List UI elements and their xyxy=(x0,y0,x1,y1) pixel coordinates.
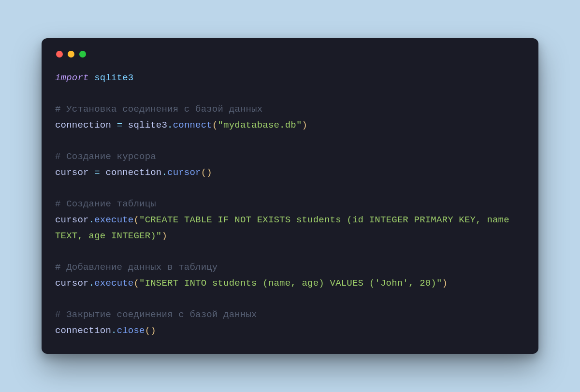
code-token: # Создание таблицы xyxy=(55,199,156,209)
code-token: cursor xyxy=(55,215,89,225)
code-token: "mydatabase.db" xyxy=(218,120,302,131)
code-token: ) xyxy=(161,231,167,241)
code-token: ( xyxy=(133,215,139,225)
code-line: cursor.execute("CREATE TABLE IF NOT EXIS… xyxy=(55,212,525,244)
code-token: . xyxy=(167,120,173,131)
traffic-lights xyxy=(56,51,525,58)
code-token: ) xyxy=(302,120,308,131)
code-token: cursor xyxy=(167,167,201,178)
code-token xyxy=(89,73,95,83)
code-line: cursor.execute("INSERT INTO students (na… xyxy=(55,276,525,291)
close-icon[interactable] xyxy=(56,51,63,58)
code-token: "INSERT INTO students (name, age) VALUES… xyxy=(139,278,442,289)
code-line: connection = sqlite3.connect("mydatabase… xyxy=(55,117,525,133)
code-token: # Закрытие соединения с базой данных xyxy=(55,309,257,320)
code-token: connect xyxy=(173,120,212,131)
code-line: connection.close() xyxy=(55,323,525,339)
code-token: ( xyxy=(212,120,218,131)
code-line: # Закрытие соединения с базой данных xyxy=(55,307,525,323)
code-area: import sqlite3 # Установка соединения с … xyxy=(55,70,525,338)
blank-line xyxy=(55,133,525,149)
code-window: import sqlite3 # Установка соединения с … xyxy=(42,38,538,354)
code-line: # Создание курсора xyxy=(55,149,525,165)
code-line: # Установка соединения с базой данных xyxy=(55,102,525,117)
maximize-icon[interactable] xyxy=(79,51,86,58)
code-token: sqlite3 xyxy=(94,73,133,83)
code-token: ( xyxy=(133,278,139,289)
code-token: . xyxy=(111,325,117,336)
code-token: connection xyxy=(100,167,162,178)
code-token: cursor xyxy=(55,278,89,289)
code-line: # Создание таблицы xyxy=(55,196,525,212)
code-token: # Создание курсора xyxy=(55,151,156,162)
code-token: () xyxy=(201,167,212,178)
code-token: # Установка соединения с базой данных xyxy=(55,104,262,115)
code-line: # Добавление данных в таблицу xyxy=(55,260,525,276)
blank-line xyxy=(55,244,525,260)
code-token: . xyxy=(89,278,95,289)
code-token: . xyxy=(89,215,95,225)
code-token: connection xyxy=(55,120,117,131)
code-token: sqlite3 xyxy=(122,120,167,131)
blank-line xyxy=(55,291,525,307)
code-token: # Добавление данных в таблицу xyxy=(55,262,218,273)
code-token: = xyxy=(94,167,100,178)
code-token: import xyxy=(55,73,89,83)
code-token: execute xyxy=(94,278,133,289)
code-token: . xyxy=(161,167,167,178)
code-token: ) xyxy=(442,278,448,289)
code-line: cursor = connection.cursor() xyxy=(55,165,525,181)
code-token: () xyxy=(145,325,156,336)
blank-line xyxy=(55,180,525,196)
code-token: close xyxy=(117,325,145,336)
minimize-icon[interactable] xyxy=(68,51,74,58)
blank-line xyxy=(55,86,525,102)
code-line: import sqlite3 xyxy=(55,70,525,86)
code-token: cursor xyxy=(55,167,94,178)
code-token: = xyxy=(117,120,123,131)
code-token: connection xyxy=(55,325,111,336)
code-token: execute xyxy=(94,215,133,225)
